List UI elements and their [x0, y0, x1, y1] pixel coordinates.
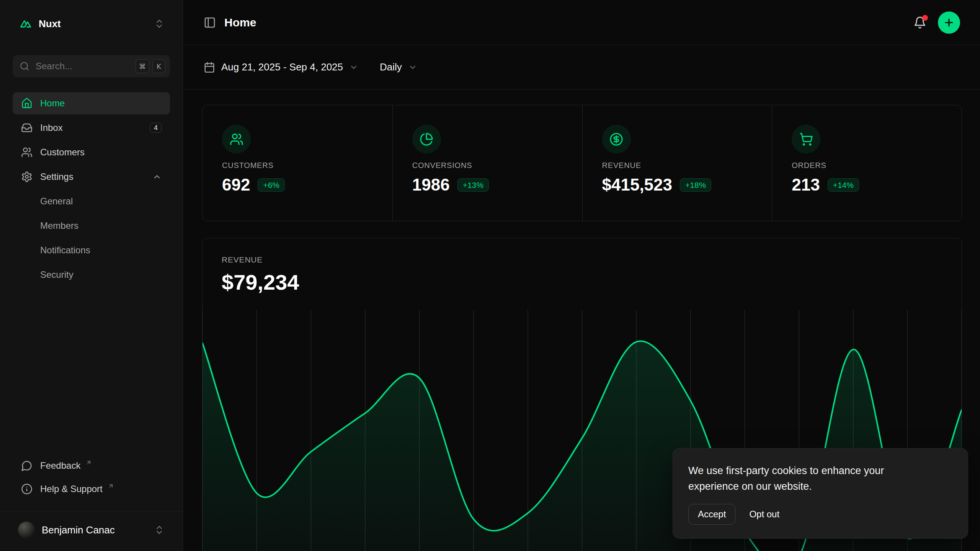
granularity-select[interactable]: Daily	[380, 61, 417, 73]
feedback-link[interactable]: Feedback	[13, 455, 170, 476]
sidebar-nav: Home Inbox 4 Customers Settings	[0, 92, 183, 288]
chevron-up-icon	[152, 172, 162, 181]
sidebar-item-customers[interactable]: Customers	[13, 141, 170, 163]
revenue-card-value: $79,234	[222, 270, 942, 295]
external-link-icon	[108, 483, 114, 489]
sidebar-item-general[interactable]: General	[13, 190, 170, 212]
avatar	[18, 522, 35, 538]
stat-conversions: CONVERSIONS 1986 +13%	[392, 105, 582, 221]
sidebar-item-label: Inbox	[40, 122, 63, 133]
sidebar: Nuxt Search... ⌘ K Home	[0, 0, 183, 551]
inbox-count-badge: 4	[150, 123, 162, 133]
notification-dot	[922, 15, 928, 21]
chevron-down-icon	[349, 63, 358, 72]
stats-card: CUSTOMERS 692 +6% CONVERSIONS 1986 +13%	[202, 105, 962, 221]
stat-value: $415,523	[602, 175, 673, 194]
kbd-cmd: ⌘	[136, 59, 149, 73]
delta-badge: +18%	[680, 178, 711, 192]
sidebar-item-label: Notifications	[40, 245, 90, 256]
date-range-button[interactable]: Aug 21, 2025 - Sep 4, 2025	[204, 61, 358, 73]
delta-badge: +6%	[258, 178, 285, 192]
sidebar-toggle-button[interactable]	[204, 16, 216, 29]
page-header: Home	[183, 0, 980, 45]
sidebar-item-label: Settings	[40, 171, 74, 182]
stat-label: ORDERS	[792, 161, 946, 170]
search-input[interactable]: Search... ⌘ K	[13, 55, 170, 77]
plus-icon	[943, 17, 955, 28]
sidebar-item-settings[interactable]: Settings	[13, 166, 170, 188]
chevrons-up-down-icon	[154, 18, 165, 29]
add-button[interactable]	[938, 11, 960, 34]
revenue-card-label: REVENUE	[222, 255, 942, 264]
calendar-icon	[204, 62, 215, 73]
chevron-down-icon	[408, 63, 417, 72]
help-support-label: Help & Support	[40, 484, 103, 494]
delta-badge: +13%	[457, 178, 489, 192]
cookie-banner: We use first-party cookies to enhance yo…	[673, 448, 968, 539]
notifications-button[interactable]	[913, 16, 926, 29]
stat-value: 213	[792, 175, 820, 194]
stat-label: CUSTOMERS	[222, 161, 377, 170]
kbd-k: K	[152, 59, 165, 73]
search-placeholder: Search...	[36, 61, 72, 72]
users-icon	[21, 147, 33, 158]
feedback-label: Feedback	[40, 460, 80, 471]
inbox-icon	[21, 122, 33, 134]
delta-badge: +14%	[828, 178, 859, 192]
external-link-icon	[86, 460, 92, 466]
stat-customers: CUSTOMERS 692 +6%	[203, 105, 392, 221]
sidebar-item-home[interactable]: Home	[13, 92, 170, 114]
home-icon	[21, 98, 33, 109]
sidebar-item-notifications[interactable]: Notifications	[13, 239, 170, 261]
sidebar-item-security[interactable]: Security	[13, 264, 170, 286]
circle-dollar-icon	[602, 125, 631, 153]
accept-button[interactable]: Accept	[688, 504, 735, 525]
sidebar-item-members[interactable]: Members	[13, 215, 170, 237]
filters-toolbar: Aug 21, 2025 - Sep 4, 2025 Daily	[183, 45, 980, 90]
settings-subnav: General Members Notifications Security	[13, 190, 170, 286]
shopping-cart-icon	[792, 125, 820, 153]
workspace-selector[interactable]: Nuxt	[13, 13, 170, 34]
chevrons-up-down-icon	[154, 525, 165, 535]
info-circle-icon	[21, 483, 33, 495]
sidebar-user-section: Benjamin Canac	[0, 512, 183, 551]
sidebar-item-label: Home	[40, 98, 65, 109]
search-kbd-group: ⌘ K	[136, 59, 165, 73]
panel-left-icon	[204, 16, 216, 29]
gear-icon	[21, 171, 33, 183]
granularity-label: Daily	[380, 61, 402, 73]
stat-value: 692	[222, 175, 250, 194]
sidebar-item-label: Customers	[40, 147, 85, 158]
stat-value: 1986	[412, 175, 450, 194]
app-root: Nuxt Search... ⌘ K Home	[0, 0, 980, 551]
stat-revenue: REVENUE $415,523 +18%	[582, 105, 772, 221]
user-name: Benjamin Canac	[42, 524, 115, 536]
stat-orders: ORDERS 213 +14%	[772, 105, 962, 221]
cookie-message: We use first-party cookies to enhance yo…	[688, 463, 922, 494]
workspace-name: Nuxt	[39, 18, 61, 30]
search-icon	[20, 61, 29, 71]
chart-pie-icon	[412, 125, 441, 153]
sidebar-item-inbox[interactable]: Inbox 4	[13, 117, 170, 139]
opt-out-button[interactable]: Opt out	[749, 509, 779, 520]
users-icon	[222, 125, 251, 153]
sidebar-footer-links: Feedback Help & Support	[0, 455, 183, 502]
date-range-label: Aug 21, 2025 - Sep 4, 2025	[221, 61, 343, 73]
sidebar-item-label: General	[40, 196, 73, 207]
stat-label: CONVERSIONS	[412, 161, 567, 170]
sidebar-item-label: Security	[40, 269, 74, 280]
help-support-link[interactable]: Help & Support	[13, 478, 170, 500]
stat-label: REVENUE	[602, 161, 757, 170]
nuxt-logo-icon	[19, 17, 33, 31]
page-title: Home	[224, 16, 256, 29]
user-menu-button[interactable]: Benjamin Canac	[13, 519, 170, 541]
message-circle-icon	[21, 460, 33, 471]
sidebar-item-label: Members	[40, 220, 78, 231]
